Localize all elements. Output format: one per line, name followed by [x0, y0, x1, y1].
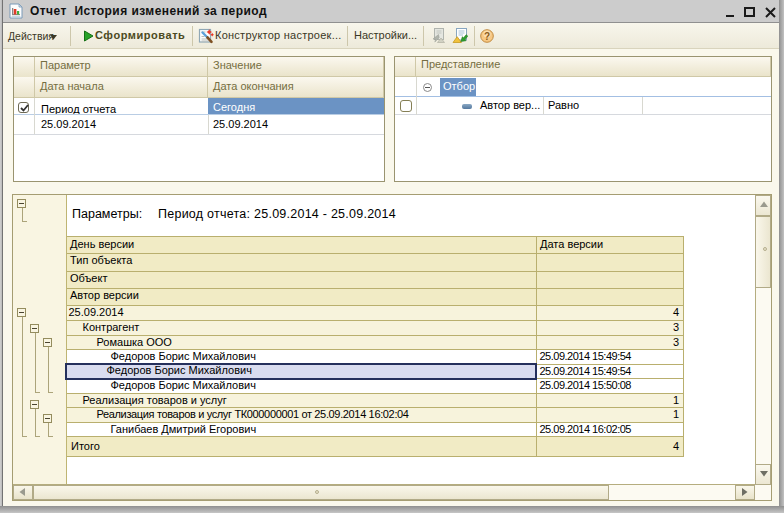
svg-text:?: ? — [484, 31, 490, 42]
